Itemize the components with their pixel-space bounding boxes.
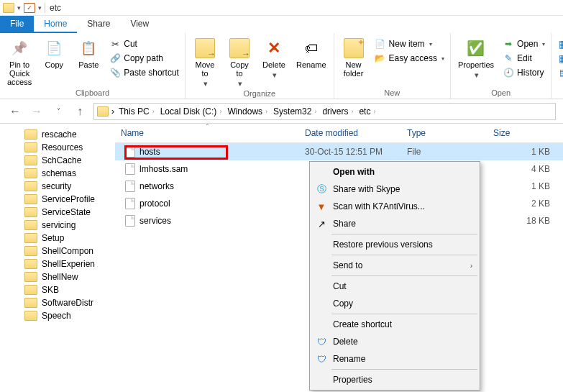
tree-item[interactable]: security [0,180,115,193]
select-none-button[interactable]: Select [556,52,563,65]
breadcrumb-segment[interactable]: System32› [270,106,319,117]
ctx-properties[interactable]: Properties [311,371,478,388]
ctx-open-with[interactable]: Open with [311,163,478,181]
forward-button[interactable]: → [29,104,45,119]
chevron-right-icon[interactable]: › [152,108,155,115]
file-name: protocol [139,199,170,209]
invert-selection-button[interactable]: Invert [556,66,563,79]
chevron-right-icon[interactable]: › [265,108,267,115]
tab-file[interactable]: File [0,16,34,33]
ribbon-group-new: New folder New item▾ Easy access▾ New [334,33,451,99]
tree-item[interactable]: schemas [0,167,115,180]
breadcrumb-segment[interactable]: This PC› [116,106,157,117]
copy-path-button[interactable]: Copy path [108,52,180,65]
qat-dropdown-icon[interactable]: ▾ [17,4,21,12]
column-size[interactable]: Size [488,124,563,142]
separator [331,275,477,276]
breadcrumb[interactable]: › This PC›Local Disk (C:)›Windows›System… [93,103,556,120]
tree-item-label: SchCache [42,155,81,165]
chevron-right-icon[interactable]: › [314,108,316,115]
tree-item[interactable]: ShellExperien [0,257,115,270]
back-button[interactable]: ← [7,104,23,119]
antivirus-icon: ▼ [316,201,327,212]
new-item-icon [375,38,386,50]
ctx-cut[interactable]: Cut [311,278,478,295]
cut-button[interactable]: Cut [108,37,180,50]
paste-button[interactable]: Paste [73,36,104,70]
history-button[interactable]: History [501,66,546,79]
tree-item[interactable]: Resources [0,141,115,154]
open-button[interactable]: Open▾ [501,37,546,50]
breadcrumb-label: Local Disk (C:) [160,106,217,117]
invert-icon [557,67,563,78]
navigation-bar: ← → ˅ ↑ › This PC›Local Disk (C:)›Window… [0,99,563,124]
column-type[interactable]: Type [401,124,488,142]
tree-item[interactable]: ShellNew [0,270,115,283]
column-date[interactable]: Date modified [299,124,401,142]
ctx-share-skype[interactable]: ⓈShare with Skype [311,181,478,198]
chevron-right-icon[interactable]: › [373,108,375,115]
ctx-rename[interactable]: 🛡Rename [311,350,478,368]
chevron-right-icon[interactable]: › [219,108,221,115]
ctx-restore[interactable]: Restore previous versions [311,236,478,253]
ribbon-group-select: Select Select Invert Select [551,33,563,99]
tab-share[interactable]: Share [77,16,120,33]
tab-view[interactable]: View [120,16,159,33]
breadcrumb-segment[interactable]: Local Disk (C:)› [157,106,225,117]
file-row[interactable]: hosts30-Oct-15 12:51 PMFile1 KB [115,143,563,160]
easy-access-button[interactable]: Easy access▾ [373,52,446,65]
tree-item[interactable]: ServiceState [0,206,115,219]
tree-item[interactable]: Speech [0,309,115,322]
tree-item[interactable]: SKB [0,283,115,296]
select-all-icon [557,38,563,50]
breadcrumb-segment[interactable]: Windows› [224,106,270,117]
tab-home[interactable]: Home [34,16,77,33]
file-date: 30-Oct-15 12:51 PM [299,145,401,158]
column-name[interactable]: ⌃Name [115,124,299,142]
file-size: 1 KB [488,180,563,193]
tree-item-label: SKB [42,285,59,295]
properties-button[interactable]: Properties▾ [455,36,497,81]
quick-access-toolbar: ▾ ✓ ▾ [3,3,45,13]
ctx-send-to[interactable]: Send to› [311,257,478,274]
tree-item[interactable]: SoftwareDistr [0,296,115,309]
rename-button[interactable]: Rename [293,36,329,70]
paste-shortcut-button[interactable]: Paste shortcut [108,66,180,79]
breadcrumb-segment[interactable]: etc› [356,106,378,117]
file-icon [125,198,135,209]
qat-dropdown-icon[interactable]: ▾ [38,4,42,12]
folder-icon[interactable] [3,3,14,13]
new-folder-button[interactable]: New folder [339,36,369,79]
copy-button[interactable]: Copy [39,36,69,70]
ctx-delete[interactable]: 🛡Delete [311,333,478,350]
folder-icon [24,220,37,230]
ctx-scan-k7[interactable]: ▼Scan with K7AntiVirus... [311,198,478,215]
chevron-right-icon[interactable]: › [351,108,353,115]
tree-item[interactable]: ShellCompon [0,245,115,257]
pin-to-quick-access-button[interactable]: Pin to Quick access [4,36,35,88]
select-all-button[interactable]: Select [556,37,563,50]
copy-to-button[interactable]: Copy to▾ [224,36,255,89]
new-item-button[interactable]: New item▾ [373,37,446,50]
breadcrumb-segment[interactable]: drivers› [319,106,356,117]
tree-item[interactable]: rescache [0,128,115,141]
ctx-create-shortcut[interactable]: Create shortcut [311,316,478,333]
chevron-right-icon[interactable]: › [111,106,114,117]
tree-item[interactable]: ServiceProfile [0,193,115,206]
delete-button[interactable]: Delete▾ [259,36,289,81]
ctx-share[interactable]: ↗Share [311,215,478,232]
tree-item[interactable]: SchCache [0,154,115,167]
tree-item[interactable]: Setup [0,232,115,245]
recent-locations-button[interactable]: ˅ [50,104,66,119]
tree-item[interactable]: servicing [0,219,115,232]
shield-icon: 🛡 [316,336,327,347]
folder-icon [97,106,109,117]
up-button[interactable]: ↑ [72,104,88,119]
properties-qat-icon[interactable]: ✓ [24,3,35,13]
navigation-tree[interactable]: rescacheResourcesSchCacheschemassecurity… [0,124,115,392]
file-icon [125,146,135,158]
file-icon [125,163,135,175]
move-to-button[interactable]: Move to▾ [190,36,220,89]
ctx-copy[interactable]: Copy [311,295,478,312]
edit-button[interactable]: Edit [501,52,546,65]
